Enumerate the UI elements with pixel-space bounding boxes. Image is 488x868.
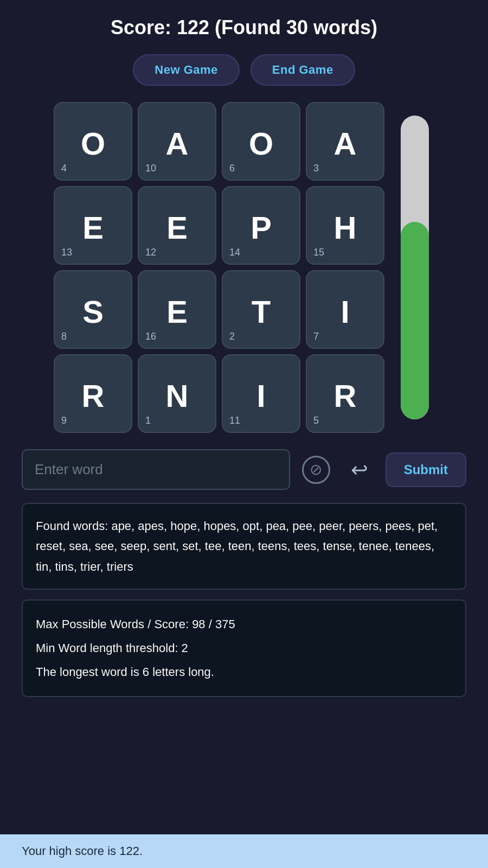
tile-letter-8: S xyxy=(62,296,124,328)
tile-4[interactable]: E 13 xyxy=(54,186,132,265)
tile-0[interactable]: O 4 xyxy=(54,102,132,181)
tile-number-1: 10 xyxy=(145,163,156,174)
tile-letter-3: A xyxy=(314,128,376,159)
high-score-bar: Your high score is 122. xyxy=(0,834,488,868)
tile-7[interactable]: H 15 xyxy=(306,186,384,265)
clear-icon: ⊘ xyxy=(302,456,330,484)
tile-number-6: 14 xyxy=(229,247,240,258)
max-score-stat: Max Possible Words / Score: 98 / 375 xyxy=(36,612,452,636)
tile-number-7: 15 xyxy=(313,247,324,258)
tile-1[interactable]: A 10 xyxy=(138,102,216,181)
tile-15[interactable]: R 5 xyxy=(306,354,384,433)
tile-number-3: 3 xyxy=(313,163,319,174)
tile-3[interactable]: A 3 xyxy=(306,102,384,181)
action-buttons: New Game End Game xyxy=(133,54,355,86)
tile-13[interactable]: N 1 xyxy=(138,354,216,433)
tile-letter-11: I xyxy=(314,296,376,328)
tile-letter-15: R xyxy=(314,380,376,412)
tile-number-14: 11 xyxy=(229,415,240,426)
tile-number-13: 1 xyxy=(145,415,151,426)
undo-icon: ↩ xyxy=(351,458,368,482)
tile-letter-4: E xyxy=(62,212,124,244)
tile-number-11: 7 xyxy=(313,331,319,342)
high-score-text: Your high score is 122. xyxy=(22,844,143,858)
score-bar-fill: BIGWORDS xyxy=(401,222,429,419)
tile-letter-12: R xyxy=(62,380,124,412)
letter-grid: O 4 A 10 O 6 A 3 E 13 E 12 P 14 H 15 S 8… xyxy=(54,102,384,433)
tile-letter-5: E xyxy=(146,212,208,244)
undo-button[interactable]: ↩ xyxy=(342,452,377,487)
clear-button[interactable]: ⊘ xyxy=(299,452,333,487)
tile-number-9: 16 xyxy=(145,331,156,342)
score-bar-container: BIGWORDS xyxy=(401,116,429,419)
tile-letter-0: O xyxy=(62,128,124,159)
tile-letter-9: E xyxy=(146,296,208,328)
new-game-button[interactable]: New Game xyxy=(133,54,240,86)
tile-8[interactable]: S 8 xyxy=(54,270,132,349)
tile-letter-2: O xyxy=(230,128,292,159)
game-area: O 4 A 10 O 6 A 3 E 13 E 12 P 14 H 15 S 8… xyxy=(11,102,477,433)
tile-14[interactable]: I 11 xyxy=(222,354,300,433)
tile-number-0: 4 xyxy=(61,163,67,174)
tile-letter-7: H xyxy=(314,212,376,244)
tile-11[interactable]: I 7 xyxy=(306,270,384,349)
tile-number-5: 12 xyxy=(145,247,156,258)
longest-word-stat: The longest word is 6 letters long. xyxy=(36,660,452,684)
tile-letter-14: I xyxy=(230,380,292,412)
tile-letter-10: T xyxy=(230,296,292,328)
tile-number-2: 6 xyxy=(229,163,235,174)
tile-letter-1: A xyxy=(146,128,208,159)
tile-letter-6: P xyxy=(230,212,292,244)
tile-2[interactable]: O 6 xyxy=(222,102,300,181)
tile-letter-13: N xyxy=(146,380,208,412)
tile-10[interactable]: T 2 xyxy=(222,270,300,349)
tile-12[interactable]: R 9 xyxy=(54,354,132,433)
score-sidebar: BIGWORDS xyxy=(395,110,434,425)
submit-button[interactable]: Submit xyxy=(386,452,466,487)
tile-9[interactable]: E 16 xyxy=(138,270,216,349)
tile-number-10: 2 xyxy=(229,331,235,342)
tile-5[interactable]: E 12 xyxy=(138,186,216,265)
big-words-label: BIGWORDS xyxy=(407,227,422,327)
found-words-text: Found words: ape, apes, hope, hopes, opt… xyxy=(36,519,438,573)
tile-number-8: 8 xyxy=(61,331,67,342)
tile-6[interactable]: P 14 xyxy=(222,186,300,265)
min-word-stat: Min Word length threshold: 2 xyxy=(36,636,452,660)
tile-number-12: 9 xyxy=(61,415,67,426)
word-entry-row: ⊘ ↩ Submit xyxy=(22,449,466,490)
word-input[interactable] xyxy=(22,449,290,490)
tile-number-4: 13 xyxy=(61,247,72,258)
end-game-button[interactable]: End Game xyxy=(251,54,355,86)
tile-number-15: 5 xyxy=(313,415,319,426)
score-display: Score: 122 (Found 30 words) xyxy=(111,16,377,39)
found-words-box: Found words: ape, apes, hope, hopes, opt… xyxy=(22,503,466,590)
stats-box: Max Possible Words / Score: 98 / 375 Min… xyxy=(22,599,466,697)
